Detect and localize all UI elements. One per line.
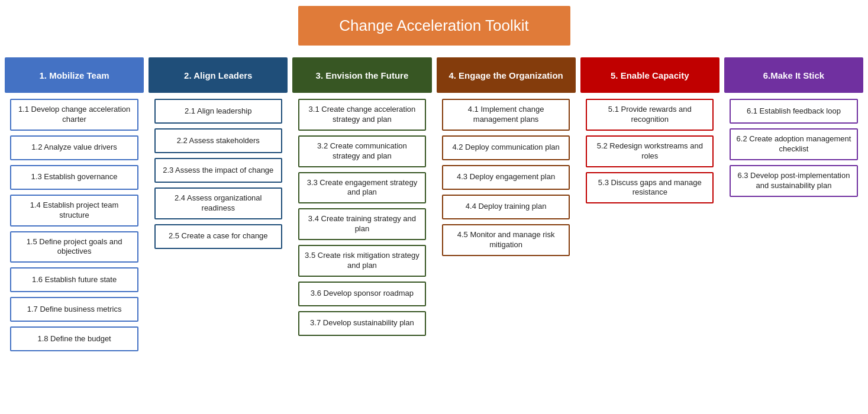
item-box-col1-5[interactable]: 1.6 Establish future state: [10, 267, 138, 292]
page-title: Change Acceleration Toolkit: [298, 6, 570, 46]
item-box-col5-0[interactable]: 5.1 Provide rewards and recognition: [586, 99, 714, 131]
item-box-col2-4[interactable]: 2.5 Create a case for change: [154, 224, 282, 249]
page-wrapper: Change Acceleration Toolkit 1. Mobilize …: [0, 0, 868, 362]
columns-wrapper: 1. Mobilize Team1.1 Develop change accel…: [5, 57, 863, 356]
column-col3: 3. Envision the Future3.1 Create change …: [292, 57, 431, 341]
item-box-col6-2[interactable]: 6.3 Develop post-implementation and sust…: [730, 165, 857, 197]
item-box-col1-2[interactable]: 1.3 Establish governance: [10, 165, 138, 190]
item-box-col2-1[interactable]: 2.2 Assess stakeholders: [154, 128, 282, 153]
item-box-col4-1[interactable]: 4.2 Deploy communication plan: [442, 135, 570, 160]
column-header-col6: 6.Make It Stick: [724, 57, 863, 93]
item-box-col6-1[interactable]: 6.2 Create adoption management checklist: [730, 128, 857, 160]
column-header-col3: 3. Envision the Future: [292, 57, 431, 93]
item-box-col2-0[interactable]: 2.1 Align leadership: [154, 99, 282, 124]
column-header-col2: 2. Align Leaders: [149, 57, 288, 93]
item-box-col1-3[interactable]: 1.4 Establish project team structure: [10, 195, 138, 227]
item-box-col6-0[interactable]: 6.1 Establish feedback loop: [730, 99, 857, 124]
item-box-col3-6[interactable]: 3.7 Develop sustainability plan: [298, 311, 426, 336]
item-box-col4-3[interactable]: 4.4 Deploy training plan: [442, 195, 570, 219]
column-header-col4: 4. Engage the Organization: [437, 57, 576, 93]
item-box-col4-0[interactable]: 4.1 Implement change management plans: [442, 99, 570, 131]
item-box-col5-1[interactable]: 5.2 Redesign workstreams and roles: [586, 135, 714, 167]
item-box-col2-2[interactable]: 2.3 Assess the impact of change: [154, 158, 282, 183]
item-box-col3-3[interactable]: 3.4 Create training strategy and plan: [298, 208, 426, 240]
item-box-col3-4[interactable]: 3.5 Create risk mitigation strategy and …: [298, 245, 426, 277]
column-col4: 4. Engage the Organization4.1 Implement …: [437, 57, 576, 261]
column-col5: 5. Enable Capacity5.1 Provide rewards an…: [580, 57, 719, 208]
item-box-col1-6[interactable]: 1.7 Define business metrics: [10, 297, 138, 322]
item-box-col3-0[interactable]: 3.1 Create change acceleration strategy …: [298, 99, 426, 131]
item-box-col5-2[interactable]: 5.3 Discuss gaps and manage resistance: [586, 172, 714, 204]
item-box-col1-0[interactable]: 1.1 Develop change acceleration charter: [10, 99, 138, 131]
column-col6: 6.Make It Stick6.1 Establish feedback lo…: [724, 57, 863, 202]
column-header-col1: 1. Mobilize Team: [5, 57, 144, 93]
column-col1: 1. Mobilize Team1.1 Develop change accel…: [5, 57, 144, 356]
item-box-col3-5[interactable]: 3.6 Develop sponsor roadmap: [298, 282, 426, 306]
item-box-col3-2[interactable]: 3.3 Create engagement strategy and plan: [298, 172, 426, 204]
column-col2: 2. Align Leaders2.1 Align leadership2.2 …: [149, 57, 288, 254]
item-box-col4-4[interactable]: 4.5 Monitor and manage risk mitigation: [442, 224, 570, 256]
item-box-col1-1[interactable]: 1.2 Analyze value drivers: [10, 135, 138, 160]
item-box-col3-1[interactable]: 3.2 Create communication strategy and pl…: [298, 135, 426, 167]
item-box-col2-3[interactable]: 2.4 Assess organizational readiness: [154, 187, 282, 219]
column-header-col5: 5. Enable Capacity: [580, 57, 719, 93]
item-box-col4-2[interactable]: 4.3 Deploy engagement plan: [442, 165, 570, 190]
item-box-col1-4[interactable]: 1.5 Define project goals and objectives: [10, 231, 138, 263]
item-box-col1-7[interactable]: 1.8 Define the budget: [10, 326, 138, 351]
